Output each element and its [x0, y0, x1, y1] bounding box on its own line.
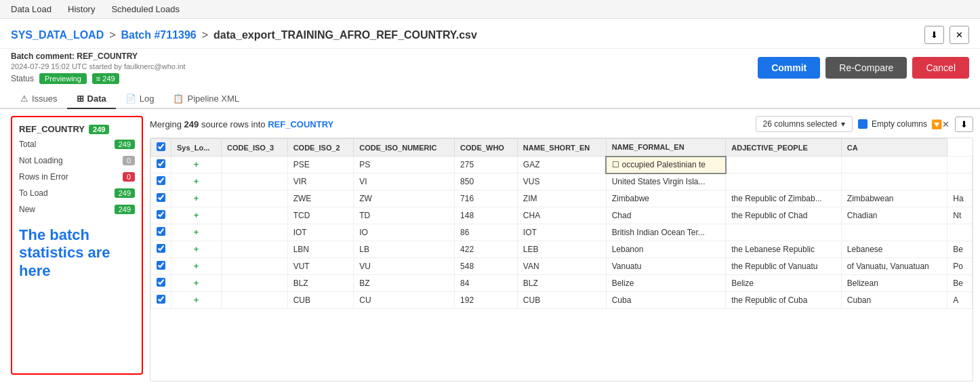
- th-code-iso-numeric: CODE_ISO_NUMERIC: [354, 139, 455, 157]
- data-table-wrapper[interactable]: Sys_Lo... CODE_ISO_3 CODE_ISO_2 CODE_ISO…: [150, 138, 973, 382]
- row-checkbox-cell[interactable]: [151, 157, 171, 173]
- th-sys-lo: Sys_Lo...: [171, 139, 222, 157]
- row-iso3: IOT: [287, 224, 354, 241]
- main-content: REF_COUNTRY 249 Total 249 Not Loading 0 …: [0, 109, 980, 382]
- merge-info: Merging 249 source rows into REF_COUNTRY: [150, 119, 333, 129]
- row-iso2: VI: [354, 173, 455, 190]
- row-type-cell: +: [171, 224, 222, 241]
- tab-pipeline[interactable]: 📋 Pipeline XML: [163, 89, 249, 109]
- row-who: CHA: [517, 207, 606, 224]
- row-who: IOT: [517, 224, 606, 241]
- row-type-cell: +: [171, 241, 222, 258]
- row-name-short: Chad: [606, 207, 726, 224]
- panel-title-text: REF_COUNTRY: [19, 124, 85, 134]
- row-checkbox-cell[interactable]: [151, 190, 171, 207]
- top-nav: Data Load History Scheduled Loads: [0, 0, 980, 19]
- tab-data[interactable]: ⊞ Data: [67, 89, 116, 109]
- row-checkbox-cell[interactable]: [151, 292, 171, 309]
- empty-cols-checkbox[interactable]: [858, 119, 867, 129]
- row-name-formal: [726, 173, 842, 190]
- row-iso2: LB: [354, 241, 455, 258]
- row-name-formal: the Republic of Vanuatu: [726, 258, 842, 275]
- data-table: Sys_Lo... CODE_ISO_3 CODE_ISO_2 CODE_ISO…: [150, 138, 973, 309]
- nav-data-load[interactable]: Data Load: [11, 4, 52, 14]
- row-sys-lo: [222, 241, 288, 258]
- tab-issues-label: Issues: [32, 94, 58, 104]
- table-row: +CUBCU192CUBCubathe Republic of CubaCuba…: [151, 292, 973, 309]
- row-ca: Be: [947, 275, 973, 292]
- merge-target: REF_COUNTRY: [268, 119, 333, 129]
- th-checkbox[interactable]: [151, 139, 171, 157]
- row-ca: Po: [947, 258, 973, 275]
- download-button[interactable]: ⬇: [924, 26, 944, 44]
- row-name-short: Cuba: [606, 292, 726, 309]
- meta-started: 2024-07-29 15:02 UTC started by faulkner…: [11, 62, 186, 70]
- stat-new-badge: 249: [115, 205, 135, 214]
- count-icon: ≡: [96, 75, 100, 83]
- row-iso-numeric: 84: [455, 275, 518, 292]
- stat-error-badge: 0: [123, 172, 135, 182]
- row-checkbox-cell[interactable]: [151, 224, 171, 241]
- breadcrumb-batch[interactable]: Batch #711396: [121, 29, 197, 41]
- log-icon: 📄: [125, 94, 136, 104]
- row-checkbox-cell[interactable]: [151, 241, 171, 258]
- row-sys-lo: [222, 292, 288, 309]
- recompare-button[interactable]: Re-Compare: [825, 57, 907, 79]
- row-name-formal: the Lebanese Republic: [726, 241, 842, 258]
- row-ca: Nt: [947, 207, 973, 224]
- row-adj: Lebanese: [841, 241, 947, 258]
- tab-pipeline-label: Pipeline XML: [187, 94, 239, 104]
- row-adj: [841, 157, 947, 173]
- stat-not-loading-label: Not Loading: [19, 156, 63, 165]
- columns-select-dropdown[interactable]: 26 columns selected ▾: [756, 116, 853, 132]
- row-iso-numeric: 148: [455, 207, 518, 224]
- row-sys-lo: [222, 157, 288, 173]
- tab-log-label: Log: [140, 94, 155, 104]
- stat-error-label: Rows in Error: [19, 172, 68, 182]
- commit-button[interactable]: Commit: [758, 57, 820, 79]
- th-code-iso3: CODE_ISO_3: [222, 139, 288, 157]
- row-who: VUS: [517, 173, 606, 190]
- stat-total-label: Total: [19, 140, 36, 149]
- row-checkbox-cell[interactable]: [151, 173, 171, 190]
- cancel-button[interactable]: Cancel: [912, 57, 969, 79]
- comment-value: REF_COUNTRY: [77, 52, 138, 61]
- nav-scheduled-loads[interactable]: Scheduled Loads: [111, 4, 179, 14]
- issues-icon: ⚠: [20, 94, 28, 104]
- breadcrumb-actions: ⬇ ✕: [924, 26, 969, 44]
- filter-clear-icon[interactable]: 🔽✕: [931, 119, 950, 129]
- row-name-formal: the Republic of Chad: [726, 207, 842, 224]
- row-iso3: TCD: [287, 207, 354, 224]
- count-value: 249: [102, 75, 115, 83]
- comment-label: Batch comment:: [11, 52, 75, 61]
- stat-to-load-badge: 249: [115, 188, 135, 198]
- row-iso-numeric: 275: [455, 157, 518, 173]
- row-iso2: IO: [354, 224, 455, 241]
- breadcrumb-bar: SYS_DATA_LOAD > Batch #711396 > data_exp…: [0, 19, 980, 49]
- close-button[interactable]: ✕: [950, 26, 969, 44]
- tab-log[interactable]: 📄 Log: [116, 89, 164, 109]
- row-checkbox-cell[interactable]: [151, 207, 171, 224]
- row-iso3: PSE: [287, 157, 354, 173]
- merge-count: 249: [184, 119, 199, 129]
- stat-new-label: New: [19, 205, 35, 214]
- data-icon: ⊞: [77, 94, 84, 104]
- row-type-cell: +: [171, 173, 222, 190]
- table-download-button[interactable]: ⬇: [955, 117, 973, 132]
- row-type-cell: +: [171, 207, 222, 224]
- row-type-cell: +: [171, 157, 222, 173]
- row-adj: [841, 173, 947, 190]
- row-checkbox-cell[interactable]: [151, 258, 171, 275]
- row-checkbox-cell[interactable]: [151, 275, 171, 292]
- nav-history[interactable]: History: [68, 4, 95, 14]
- merge-header: Merging 249 source rows into REF_COUNTRY…: [150, 116, 973, 138]
- th-name-formal-en: NAME_FORMAL_EN: [606, 139, 726, 157]
- right-panel: Merging 249 source rows into REF_COUNTRY…: [150, 109, 980, 382]
- row-who: VAN: [517, 258, 606, 275]
- row-ca: Ha: [947, 190, 973, 207]
- tab-issues[interactable]: ⚠ Issues: [11, 89, 67, 109]
- row-name-short: Zimbabwe: [606, 190, 726, 207]
- status-badge: Previewing: [39, 73, 87, 84]
- breadcrumb-root[interactable]: SYS_DATA_LOAD: [11, 29, 104, 41]
- table-row: +VUTVU548VANVanuatuthe Republic of Vanua…: [151, 258, 973, 275]
